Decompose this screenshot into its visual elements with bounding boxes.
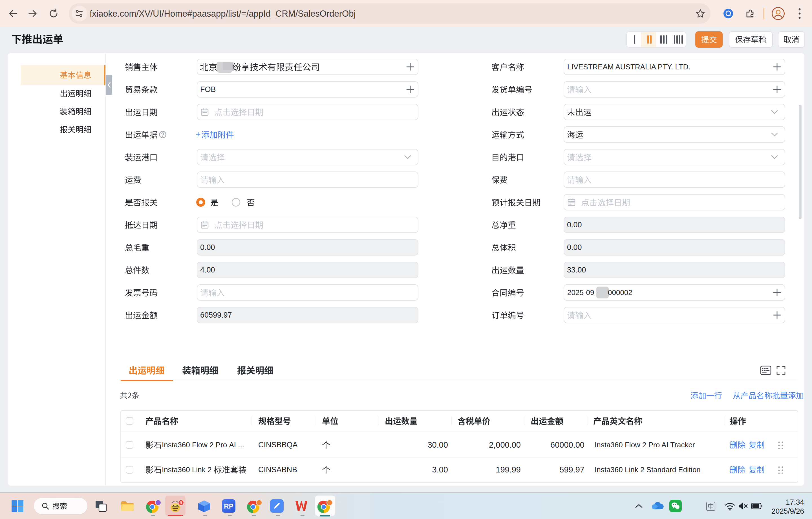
svg-text:9: 9: [180, 500, 182, 505]
